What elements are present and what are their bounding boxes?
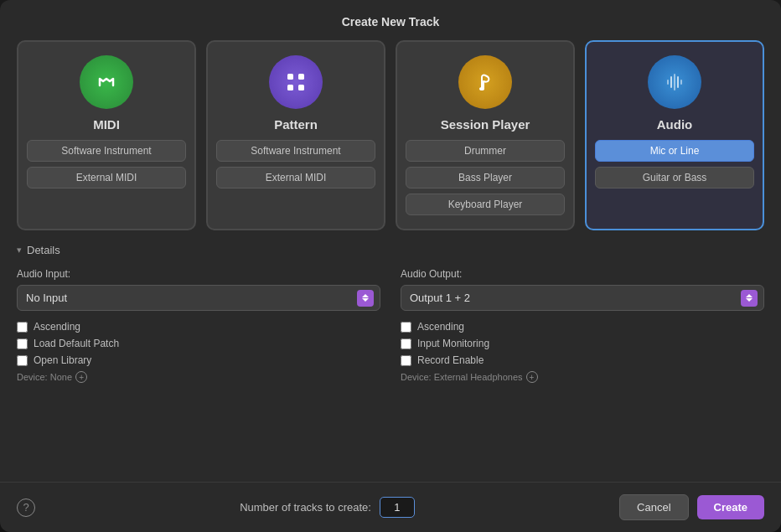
input-monitoring-row: Input Monitoring: [401, 338, 764, 349]
track-card-midi[interactable]: MIDI Software Instrument External MIDI: [17, 40, 196, 230]
svg-rect-7: [677, 76, 679, 88]
open-library-label: Open Library: [34, 354, 91, 366]
pattern-subtype-0[interactable]: Software Instrument: [216, 140, 375, 162]
ascending-output-row: Ascending: [401, 321, 764, 333]
ascending-input-label: Ascending: [34, 321, 80, 333]
svg-rect-3: [298, 85, 304, 90]
footer-center: Number of tracks to create:: [240, 497, 415, 518]
audio-subtype-0[interactable]: Mic or Line: [595, 140, 754, 162]
ascending-input-checkbox[interactable]: [17, 322, 28, 333]
details-header-label: Details: [27, 244, 60, 256]
svg-rect-0: [287, 74, 293, 80]
details-toggle[interactable]: ▾ Details: [17, 244, 764, 256]
load-default-patch-label: Load Default Patch: [34, 338, 119, 349]
session-icon: [458, 55, 512, 109]
open-library-checkbox[interactable]: [17, 355, 28, 366]
help-button[interactable]: ?: [17, 498, 35, 517]
svg-rect-5: [674, 74, 675, 90]
track-count-input[interactable]: [380, 497, 415, 518]
pattern-icon: [269, 55, 323, 109]
record-enable-checkbox[interactable]: [401, 355, 411, 366]
track-card-session[interactable]: Session Player Drummer Bass Player Keybo…: [396, 40, 575, 230]
audio-output-label: Audio Output:: [401, 268, 764, 280]
chevron-down-icon: ▾: [17, 245, 22, 256]
load-default-patch-checkbox[interactable]: [17, 338, 28, 349]
input-device-info: Device: None +: [17, 371, 380, 383]
dialog-title: Create New Track: [0, 0, 781, 40]
midi-icon: [80, 55, 133, 109]
audio-subtypes: Mic or Line Guitar or Bass: [595, 140, 754, 189]
dialog-footer: ? Number of tracks to create: Cancel Cre…: [0, 482, 781, 532]
svg-rect-8: [667, 80, 669, 85]
session-subtypes: Drummer Bass Player Keyboard Player: [406, 140, 565, 215]
input-device-add-icon[interactable]: +: [75, 371, 87, 383]
audio-icon: [648, 55, 701, 109]
record-enable-row: Record Enable: [401, 354, 764, 366]
footer-left: ?: [17, 498, 35, 517]
input-device-text: Device: None: [17, 372, 72, 382]
ascending-output-checkbox[interactable]: [401, 322, 411, 333]
input-column: Audio Input: No Input Input 1 Input 2 In…: [17, 268, 380, 383]
audio-output-select[interactable]: Output 1 + 2 Output 1 Output 2: [401, 285, 764, 311]
footer-right: Cancel Create: [619, 494, 764, 520]
svg-rect-1: [287, 85, 293, 90]
pattern-subtype-1[interactable]: External MIDI: [216, 167, 375, 189]
midi-card-title: MIDI: [93, 117, 120, 132]
tracks-count-label: Number of tracks to create:: [240, 501, 371, 514]
cancel-button[interactable]: Cancel: [619, 494, 688, 520]
pattern-subtypes: Software Instrument External MIDI: [216, 140, 375, 189]
details-columns: Audio Input: No Input Input 1 Input 2 In…: [17, 268, 764, 383]
open-library-row: Open Library: [17, 354, 380, 366]
ascending-output-label: Ascending: [417, 321, 464, 333]
midi-subtype-0[interactable]: Software Instrument: [27, 140, 186, 162]
input-monitoring-checkbox[interactable]: [401, 338, 411, 349]
svg-rect-2: [298, 74, 304, 80]
output-column: Audio Output: Output 1 + 2 Output 1 Outp…: [401, 268, 764, 383]
midi-subtypes: Software Instrument External MIDI: [27, 140, 186, 189]
output-device-info: Device: External Headphones +: [401, 371, 764, 383]
session-subtype-1[interactable]: Bass Player: [406, 167, 565, 189]
svg-rect-6: [670, 76, 672, 88]
track-card-pattern[interactable]: Pattern Software Instrument External MID…: [206, 40, 385, 230]
session-subtype-0[interactable]: Drummer: [406, 140, 565, 162]
audio-input-select[interactable]: No Input Input 1 Input 2 Input 1+2: [17, 285, 380, 311]
output-device-text: Device: External Headphones: [401, 372, 523, 382]
track-type-cards: MIDI Software Instrument External MIDI P…: [0, 40, 781, 244]
output-device-add-icon[interactable]: +: [526, 371, 538, 383]
audio-output-wrapper: Output 1 + 2 Output 1 Output 2: [401, 285, 764, 311]
svg-rect-9: [680, 80, 682, 85]
audio-subtype-1[interactable]: Guitar or Bass: [595, 167, 754, 189]
audio-input-wrapper: No Input Input 1 Input 2 Input 1+2: [17, 285, 380, 311]
load-default-patch-row: Load Default Patch: [17, 338, 380, 349]
track-card-audio[interactable]: Audio Mic or Line Guitar or Bass: [585, 40, 764, 230]
record-enable-label: Record Enable: [417, 354, 484, 366]
midi-subtype-1[interactable]: External MIDI: [27, 167, 186, 189]
audio-input-label: Audio Input:: [17, 268, 380, 280]
svg-point-4: [479, 87, 484, 90]
ascending-input-row: Ascending: [17, 321, 380, 333]
details-section: ▾ Details Audio Input: No Input Input 1 …: [0, 244, 781, 482]
session-subtype-2[interactable]: Keyboard Player: [406, 194, 565, 215]
create-button[interactable]: Create: [697, 495, 764, 519]
input-monitoring-label: Input Monitoring: [417, 338, 489, 349]
session-card-title: Session Player: [441, 117, 530, 132]
create-new-track-dialog: Create New Track MIDI Software Instrumen…: [0, 0, 781, 532]
pattern-card-title: Pattern: [274, 117, 318, 132]
audio-card-title: Audio: [657, 117, 693, 132]
